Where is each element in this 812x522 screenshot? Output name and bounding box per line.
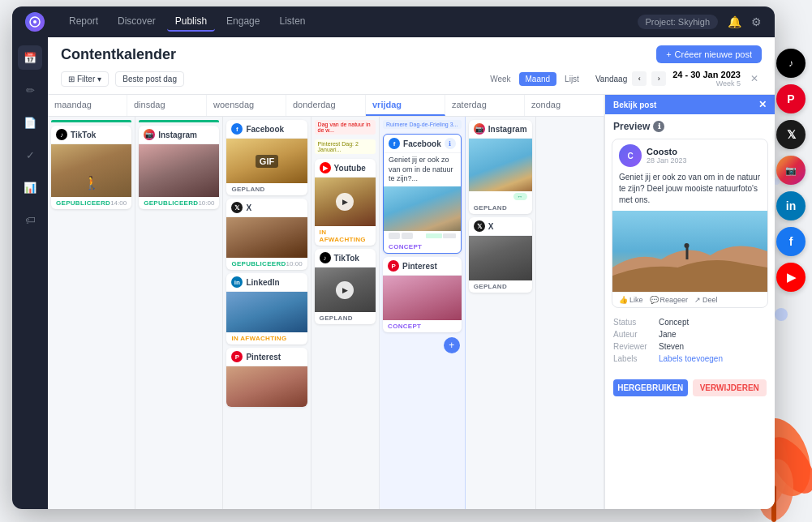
post-image: ▶ xyxy=(315,178,376,226)
preview-close-button[interactable]: ✕ xyxy=(758,99,767,110)
date-navigation: Vandaag ‹ › xyxy=(595,71,666,86)
post-card-facebook-woensdag[interactable]: f Facebook GIF GEPLAND xyxy=(226,120,307,195)
prev-week-button[interactable]: ‹ xyxy=(632,71,647,86)
labels-row: Labels Labels toevoegen xyxy=(613,354,767,363)
tiktok-icon: ♪ xyxy=(56,129,67,140)
float-pinterest[interactable]: P xyxy=(776,84,806,113)
post-card-facebook-vrijdag[interactable]: f Facebook ℹ Geniet jij er ook zo van om… xyxy=(383,134,462,254)
facebook-icon: f xyxy=(231,123,243,135)
settings-icon[interactable]: ⚙ xyxy=(751,15,762,28)
plus-icon: + xyxy=(666,49,671,59)
sidebar-file-icon[interactable]: 📄 xyxy=(18,110,42,135)
close-panel-button[interactable]: ✕ xyxy=(747,71,762,86)
post-card-pinterest-woensdag[interactable]: P Pinterest xyxy=(226,348,307,407)
tiktok-icon: ♪ xyxy=(320,252,331,263)
float-linkedin[interactable]: in xyxy=(776,191,806,220)
best-time-button[interactable]: Beste post dag xyxy=(115,71,184,87)
float-youtube[interactable]: ▶ xyxy=(776,263,806,292)
view-tabs: Week Maand Lijst xyxy=(483,72,586,86)
next-week-button[interactable]: › xyxy=(651,71,666,86)
post-card-x-zaterdag[interactable]: 𝕏 X GEPLAND xyxy=(469,217,532,293)
filter-button[interactable]: ⊞ Filter ▾ xyxy=(61,71,109,87)
post-image xyxy=(226,366,307,407)
labels-add-button[interactable]: Labels toevoegen xyxy=(659,354,723,363)
float-facebook[interactable]: f xyxy=(776,227,806,256)
sidebar: 📅 ✏ 📄 ✓ 📊 🏷 xyxy=(12,37,48,509)
sidebar-tag-icon[interactable]: 🏷 xyxy=(18,208,42,232)
svg-point-11 xyxy=(684,243,689,248)
post-card-tiktok-donderdag[interactable]: ♪ TikTok ▶ GEPLAND xyxy=(315,249,376,324)
post-status: CONCEPT xyxy=(388,323,421,330)
day-columns: Natuurfoto-update-maandag-9 ♪ TikTok 🚶 xyxy=(48,117,604,509)
like-icon: 👍 xyxy=(619,296,628,304)
nav-right: Project: Skyhigh 🔔 ⚙ xyxy=(638,15,762,29)
fb-like-button[interactable]: 👍 Like xyxy=(619,296,643,304)
nav-report[interactable]: Report xyxy=(61,12,106,32)
reuse-button[interactable]: HERGEBRUIKEN xyxy=(613,379,688,396)
post-card-youtube-donderdag[interactable]: ▶ Youtube ▶ IN AFWACHTING xyxy=(315,159,376,246)
author-value: Jane xyxy=(659,330,677,339)
post-status: GEPUBLICEERD xyxy=(231,260,286,267)
nav-discover[interactable]: Discover xyxy=(110,12,164,32)
app-container: Report Discover Publish Engage Listen Pr… xyxy=(12,6,775,509)
filter-icon: ⊞ xyxy=(68,75,75,83)
sidebar-chart-icon[interactable]: 📊 xyxy=(18,175,42,199)
fb-comment-button[interactable]: 💬 Reageer xyxy=(650,296,689,304)
post-card-linkedin-woensdag[interactable]: in LinkedIn IN AFWACHTING xyxy=(226,273,307,344)
project-badge: Project: Skyhigh xyxy=(638,15,718,29)
post-card-pinterest-vrijdag[interactable]: P Pinterest CONCEPT xyxy=(383,257,462,332)
vrijdag-alert: Ruimere Dag-de-Frieling 3... xyxy=(383,120,462,129)
preview-header: Bekijk post ✕ xyxy=(605,95,775,114)
post-status: GEPLAND xyxy=(231,186,264,193)
day-column-maandag: Natuurfoto-update-maandag-9 ♪ TikTok 🚶 xyxy=(48,117,135,509)
link-badge: ↔ xyxy=(513,193,527,200)
nav-listen[interactable]: Listen xyxy=(271,12,313,32)
day-header-donderdag: donderdag xyxy=(286,95,366,116)
view-maand[interactable]: Maand xyxy=(519,72,557,86)
fb-share-button[interactable]: ↗ Deel xyxy=(694,296,718,304)
fb-header: C Coosto 28 Jan 2023 xyxy=(612,139,767,172)
float-x[interactable]: 𝕏 xyxy=(776,120,806,149)
fb-post-text: Geniet jij er ook zo van om in de natuur… xyxy=(612,172,767,211)
post-status: CONCEPT xyxy=(389,243,422,250)
post-card-instagram-zaterdag[interactable]: 📷 Instagram ↔ GEPLAND xyxy=(469,120,532,214)
post-image xyxy=(469,139,532,191)
sidebar-calendar-icon[interactable]: 📅 xyxy=(18,45,42,70)
share-icon: ↗ xyxy=(694,296,701,304)
post-image xyxy=(139,144,219,197)
post-details: Status Concept Auteur Jane Reviewer Stev… xyxy=(605,311,775,373)
view-week[interactable]: Week xyxy=(483,72,517,86)
float-tiktok[interactable]: ♪ xyxy=(776,49,806,78)
sidebar-edit-icon[interactable]: ✏ xyxy=(18,78,42,102)
add-post-button[interactable]: + xyxy=(444,337,460,353)
post-card-instagram-dinsdag[interactable]: 📷 Instagram GEPUBLICEERD 10:00 xyxy=(139,126,219,209)
preview-label-row: Preview ℹ xyxy=(605,114,775,135)
post-status: IN AFWACHTING xyxy=(320,229,371,243)
preview-info-icon: ℹ xyxy=(653,121,664,132)
post-status: IN AFWACHTING xyxy=(231,335,286,342)
today-label[interactable]: Vandaag xyxy=(595,75,627,83)
post-status: GEPUBLICEERD xyxy=(56,199,110,207)
create-post-button[interactable]: + Créeer nieuwe post xyxy=(656,45,762,63)
nav-items: Report Discover Publish Engage Listen xyxy=(61,12,621,32)
nav-publish[interactable]: Publish xyxy=(167,12,215,32)
donderdag-alert: Dag van de natuur in de w... xyxy=(315,120,376,135)
post-image xyxy=(226,292,307,332)
page-title: Contentkalender xyxy=(61,46,176,63)
donderdag-alert2: Pinterest Dag: 2 Januari... xyxy=(315,139,376,154)
post-card-tiktok-maandag[interactable]: ♪ TikTok 🚶 GEPUBLICEERD 14:00 xyxy=(51,126,131,209)
calendar-main: maandag dinsdag woensdag donderdag vrijd… xyxy=(48,95,604,509)
nav-logo[interactable] xyxy=(25,12,45,32)
post-time: 10:00 xyxy=(286,260,303,267)
float-instagram[interactable]: 📷 xyxy=(776,156,806,185)
delete-button[interactable]: VERWIJDEREN xyxy=(693,379,767,396)
day-header-zaterdag: zaterdag xyxy=(445,95,525,116)
pinterest-icon: P xyxy=(388,260,399,272)
maandag-strip: Natuurfoto-update-maandag-9 xyxy=(51,120,131,122)
nav-engage[interactable]: Engage xyxy=(218,12,268,32)
floating-social-icons: ♪ P 𝕏 📷 in f ▶ xyxy=(776,49,806,292)
sidebar-check-icon[interactable]: ✓ xyxy=(18,143,42,167)
notifications-icon[interactable]: 🔔 xyxy=(728,15,741,28)
post-card-x-woensdag[interactable]: 𝕏 X GEPUBLICEERD 10:00 xyxy=(226,199,307,270)
view-lijst[interactable]: Lijst xyxy=(558,72,586,86)
